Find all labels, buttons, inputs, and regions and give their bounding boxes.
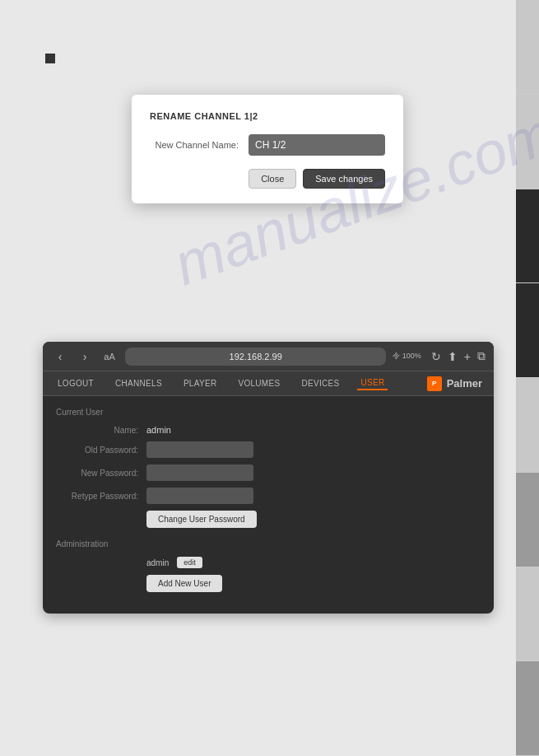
browser-chrome: ‹ › aA 192.168.2.99 令 100% ↻ ⬆ + ⧉ bbox=[43, 342, 494, 371]
nav-item-logout[interactable]: LOGOUT bbox=[54, 377, 97, 390]
nav-item-player[interactable]: PLAYER bbox=[180, 377, 221, 390]
save-changes-button[interactable]: Save changes bbox=[303, 169, 385, 189]
right-bar-7 bbox=[516, 567, 539, 662]
rename-channel-modal: RENAME CHANNEL 1|2 New Channel Name: Clo… bbox=[132, 95, 403, 203]
new-tab-button[interactable]: + bbox=[464, 350, 471, 363]
right-bar-3 bbox=[516, 189, 539, 284]
back-button[interactable]: ‹ bbox=[51, 348, 69, 366]
right-bar-2 bbox=[516, 95, 539, 189]
refresh-button[interactable]: ↻ bbox=[431, 350, 441, 363]
retype-password-row: Retype Password: bbox=[56, 488, 481, 504]
channel-name-input[interactable] bbox=[249, 134, 385, 156]
wifi-indicator: 令 100% bbox=[393, 351, 421, 362]
right-bar-1 bbox=[516, 0, 539, 95]
old-password-row: Old Password: bbox=[56, 441, 481, 458]
name-field-row: Name: admin bbox=[56, 425, 481, 435]
modal-buttons: Close Save changes bbox=[150, 169, 385, 189]
right-bar-8 bbox=[516, 661, 539, 756]
edit-admin-button[interactable]: edit bbox=[177, 557, 202, 568]
nav-item-channels[interactable]: CHANNELS bbox=[112, 377, 165, 390]
right-bar-4 bbox=[516, 283, 539, 378]
retype-password-label: Retype Password: bbox=[56, 492, 146, 501]
browser-screenshot: ‹ › aA 192.168.2.99 令 100% ↻ ⬆ + ⧉ LOGOU… bbox=[43, 342, 494, 614]
administration-section: Administration admin edit Add New User bbox=[56, 539, 481, 592]
name-label: Name: bbox=[56, 426, 146, 435]
admin-user-row: admin edit bbox=[146, 557, 481, 568]
channel-name-label: New Channel Name: bbox=[150, 140, 249, 150]
close-button[interactable]: Close bbox=[249, 169, 296, 189]
channel-name-field: New Channel Name: bbox=[150, 134, 385, 156]
nav-item-volumes[interactable]: VOLUMES bbox=[235, 377, 283, 390]
new-password-input[interactable] bbox=[146, 464, 253, 481]
brand-logo: P Palmer bbox=[427, 376, 482, 391]
app-content: Current User Name: admin Old Password: N… bbox=[43, 396, 494, 604]
tabs-button[interactable]: ⧉ bbox=[477, 349, 486, 363]
right-bar-5 bbox=[516, 378, 539, 473]
nav-item-devices[interactable]: DEVICES bbox=[298, 377, 342, 390]
modal-title: RENAME CHANNEL 1|2 bbox=[150, 111, 385, 121]
right-side-bars bbox=[516, 0, 539, 756]
reader-mode-label: aA bbox=[104, 352, 114, 362]
nav-item-user[interactable]: USER bbox=[357, 376, 388, 390]
share-button[interactable]: ⬆ bbox=[448, 350, 458, 363]
old-password-input[interactable] bbox=[146, 441, 253, 458]
new-password-row: New Password: bbox=[56, 464, 481, 481]
admin-username: admin bbox=[146, 558, 169, 567]
url-text: 192.168.2.99 bbox=[230, 352, 282, 362]
palmer-logo-icon: P bbox=[427, 376, 442, 391]
administration-section-title: Administration bbox=[56, 539, 481, 548]
retype-password-input[interactable] bbox=[146, 488, 253, 504]
app-navbar: LOGOUT CHANNELS PLAYER VOLUMES DEVICES U… bbox=[43, 371, 494, 396]
change-password-button[interactable]: Change User Password bbox=[146, 511, 257, 528]
forward-button[interactable]: › bbox=[76, 348, 94, 366]
right-bar-6 bbox=[516, 473, 539, 567]
top-square-decoration bbox=[45, 54, 55, 63]
reader-mode-button[interactable]: aA bbox=[100, 348, 118, 366]
add-new-user-button[interactable]: Add New User bbox=[146, 575, 222, 592]
current-user-section-title: Current User bbox=[56, 408, 481, 417]
url-bar[interactable]: 192.168.2.99 bbox=[125, 348, 386, 366]
new-password-label: New Password: bbox=[56, 469, 146, 478]
old-password-label: Old Password: bbox=[56, 446, 146, 455]
brand-name: Palmer bbox=[447, 377, 482, 390]
name-value: admin bbox=[146, 425, 171, 435]
browser-actions: 令 100% ↻ ⬆ + ⧉ bbox=[393, 349, 486, 363]
